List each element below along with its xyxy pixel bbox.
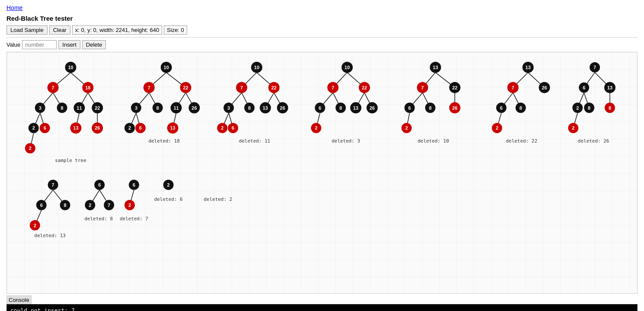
svg-text:2: 2 — [32, 125, 35, 130]
clear-button[interactable]: Clear — [49, 25, 70, 35]
svg-text:8: 8 — [61, 105, 63, 111]
svg-text:13: 13 — [433, 65, 438, 70]
svg-text:7: 7 — [148, 85, 150, 90]
svg-text:8: 8 — [339, 105, 342, 111]
home-link[interactable]: Home — [6, 4, 22, 11]
svg-text:7: 7 — [240, 85, 243, 90]
svg-text:7: 7 — [512, 85, 514, 90]
svg-text:3: 3 — [135, 105, 137, 111]
toolbar: Load Sample Clear x: 0, y: 0, width: 224… — [6, 25, 638, 35]
svg-text:10: 10 — [68, 65, 73, 70]
svg-text:11: 11 — [174, 105, 179, 111]
svg-text:2: 2 — [34, 223, 36, 228]
svg-text:deleted: 13: deleted: 13 — [34, 233, 66, 238]
canvas-area: .node-black { fill: #111; stroke: none; … — [6, 52, 638, 294]
svg-text:22: 22 — [95, 105, 100, 111]
svg-text:2: 2 — [576, 105, 579, 111]
svg-text:7: 7 — [421, 85, 424, 90]
console-label: Console — [6, 295, 32, 304]
svg-text:13: 13 — [526, 65, 531, 70]
svg-text:6: 6 — [40, 203, 43, 208]
svg-text:22: 22 — [271, 85, 277, 90]
svg-text:7: 7 — [108, 203, 110, 208]
insert-button[interactable]: Insert — [58, 40, 80, 49]
page-title: Red-Black Tree tester — [6, 15, 638, 22]
svg-text:10: 10 — [164, 65, 169, 70]
svg-text:11: 11 — [77, 105, 82, 111]
svg-text:13: 13 — [170, 125, 175, 130]
delete-button[interactable]: Delete — [82, 40, 106, 49]
svg-text:7: 7 — [52, 182, 54, 187]
svg-text:8: 8 — [64, 203, 66, 208]
svg-text:3: 3 — [39, 105, 41, 111]
svg-text:22: 22 — [183, 85, 188, 90]
svg-text:26: 26 — [95, 125, 100, 130]
svg-text:2: 2 — [167, 182, 170, 187]
console-box: could not insert: 7 — [6, 304, 638, 311]
svg-text:deleted: 18: deleted: 18 — [148, 138, 180, 144]
svg-text:6: 6 — [44, 125, 46, 130]
svg-text:10: 10 — [344, 65, 350, 70]
value-label: Value — [6, 41, 20, 48]
svg-text:deleted: 3: deleted: 3 — [332, 138, 360, 144]
svg-text:2: 2 — [221, 125, 223, 130]
svg-text:2: 2 — [315, 125, 317, 130]
svg-text:6: 6 — [98, 182, 101, 187]
svg-text:6: 6 — [319, 105, 321, 111]
svg-text:deleted: 8: deleted: 8 — [84, 216, 113, 222]
svg-text:2: 2 — [496, 125, 498, 130]
svg-text:26: 26 — [191, 105, 197, 111]
svg-text:2: 2 — [405, 125, 408, 130]
svg-text:7: 7 — [332, 85, 334, 90]
svg-text:deleted: 6: deleted: 6 — [154, 197, 183, 202]
svg-text:6: 6 — [500, 105, 503, 111]
svg-text:deleted: 11: deleted: 11 — [239, 138, 271, 144]
tree-svg: .node-black { fill: #111; stroke: none; … — [7, 52, 637, 293]
svg-text:deleted: 2: deleted: 2 — [204, 197, 232, 202]
svg-text:8: 8 — [588, 105, 590, 111]
svg-text:deleted: 22: deleted: 22 — [506, 138, 537, 144]
svg-text:18: 18 — [85, 85, 90, 90]
svg-text:8: 8 — [429, 105, 431, 111]
svg-text:13: 13 — [263, 105, 268, 111]
svg-text:8: 8 — [156, 105, 159, 111]
svg-text:deleted: 7: deleted: 7 — [120, 216, 148, 222]
console-section: Console could not insert: 7 — [6, 295, 638, 311]
svg-text:deleted: 10: deleted: 10 — [418, 138, 449, 144]
svg-text:7: 7 — [593, 65, 596, 70]
svg-text:6: 6 — [408, 105, 411, 111]
svg-text:2: 2 — [29, 146, 32, 151]
svg-text:2: 2 — [128, 203, 131, 208]
svg-text:6: 6 — [232, 125, 234, 130]
svg-text:13: 13 — [607, 85, 612, 90]
svg-text:8: 8 — [520, 105, 522, 111]
svg-text:13: 13 — [353, 105, 358, 111]
svg-text:8: 8 — [609, 105, 611, 111]
svg-text:7: 7 — [52, 85, 54, 90]
svg-text:26: 26 — [452, 105, 457, 111]
svg-text:26: 26 — [542, 85, 547, 90]
svg-text:sample tree: sample tree — [55, 158, 86, 163]
load-sample-button[interactable]: Load Sample — [6, 25, 48, 35]
svg-text:2: 2 — [89, 203, 91, 208]
svg-text:3: 3 — [227, 105, 230, 111]
svg-text:deleted: 26: deleted: 26 — [578, 138, 609, 144]
svg-text:13: 13 — [73, 125, 78, 130]
svg-text:10: 10 — [254, 65, 259, 70]
svg-text:22: 22 — [362, 85, 367, 90]
size-info: Size: 0 — [164, 25, 187, 35]
svg-text:6: 6 — [139, 125, 142, 130]
canvas-info: x: 0, y: 0, width: 2241, height: 640 — [72, 25, 162, 35]
svg-text:26: 26 — [370, 105, 375, 111]
svg-text:6: 6 — [133, 182, 135, 187]
svg-text:22: 22 — [452, 85, 457, 90]
value-input[interactable] — [22, 40, 57, 49]
divider — [6, 37, 638, 38]
svg-text:26: 26 — [280, 105, 285, 111]
svg-text:2: 2 — [128, 125, 131, 130]
svg-text:2: 2 — [572, 125, 574, 130]
value-row: Value Insert Delete — [6, 40, 638, 49]
svg-text:8: 8 — [248, 105, 251, 111]
svg-text:6: 6 — [583, 85, 585, 90]
